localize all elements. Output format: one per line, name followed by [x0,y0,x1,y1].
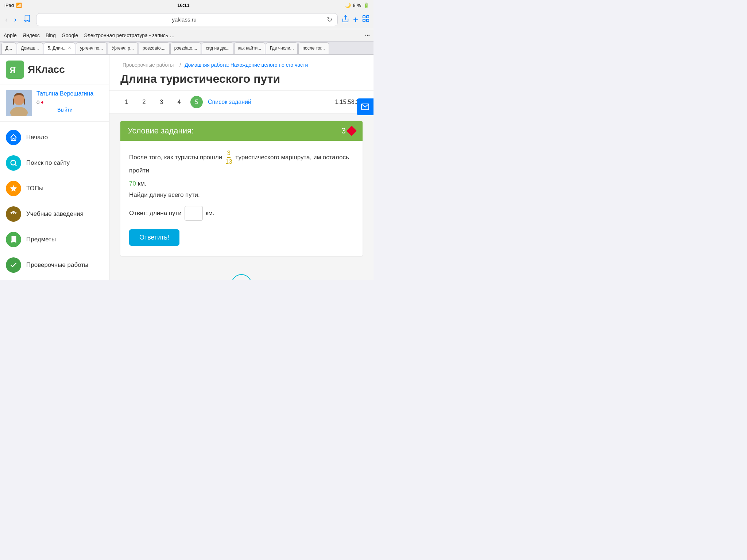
status-time: 16:11 [177,3,189,8]
answer-input[interactable] [185,206,203,221]
tab-10[interactable]: Где числи... [266,42,298,54]
sidebar-logo: Я ЯКласс [0,55,109,85]
bookmark-google[interactable]: Google [62,32,78,38]
breadcrumb-part1: Проверочные работы [123,62,174,68]
sidebar-item-tutors[interactable]: Каталог репетиторов [0,278,109,280]
score-diamond-icon [347,125,357,136]
task-card: Условие задания: 3 После того, как турис… [120,121,363,256]
task-card-header: Условие задания: 3 [120,121,363,141]
nav-subjects-label: Предметы [26,236,56,243]
tab-2-label: Домаш... [21,46,39,51]
bookmark-bing[interactable]: Bing [46,32,56,38]
breadcrumb: Проверочные работы / Домашняя работа: На… [120,62,363,68]
tab-1[interactable]: Д... [1,42,16,54]
sidebar-item-schools[interactable]: Учебные заведения [0,201,109,227]
task-list-link[interactable]: Список заданий [208,99,251,105]
sidebar-item-tops[interactable]: ТОПы [0,176,109,201]
tab-7[interactable]: poezdato.... [170,42,201,54]
tab-3-label: 5. Длин... [48,46,67,51]
sidebar-item-search[interactable]: Поиск по сайту [0,150,109,176]
logo-icon: Я [6,61,24,79]
status-right: 🌙 8 % 🔋 [345,3,369,8]
tab-5[interactable]: Ургенч: р... [108,42,138,54]
more-bookmarks-button[interactable]: ··· [365,32,370,39]
task-number-2[interactable]: 2 [138,96,150,108]
fraction-display: 3 13 [225,149,232,166]
task-number-1[interactable]: 1 [120,96,133,108]
bookmark-apple[interactable]: Apple [4,32,17,38]
svg-text:Я: Я [9,65,16,75]
tab-11[interactable]: после тог... [298,42,329,54]
bookmark-yandex[interactable]: Яндекс [23,32,40,38]
task-score-display: 3 [341,126,355,136]
battery-label: 8 % [353,3,361,8]
task-number-3[interactable]: 3 [155,96,168,108]
nav-tests-label: Проверочные работы [26,261,88,269]
share-button[interactable] [341,15,349,25]
avatar [6,90,32,116]
tab-11-label: после тог... [302,46,325,51]
svg-rect-3 [363,19,365,22]
scroll-up-button[interactable] [231,274,252,280]
bookmark-eregistratura[interactable]: Электронная регистратура - запись на при… [84,32,175,38]
page-header: Проверочные работы / Домашняя работа: На… [109,55,374,91]
tab-9-label: как найти... [238,46,261,51]
battery-icon: 🔋 [363,3,369,8]
task-navigation: 1 2 3 4 5 Список заданий 1.15:58:25 [109,91,374,114]
user-score: 0 ♦ [36,99,93,105]
task-body: После того, как туристы прошли 3 13 тури… [120,141,363,256]
bookmark-button[interactable] [22,13,32,26]
task-score-value: 3 [341,126,346,136]
svg-line-11 [15,164,16,166]
answer-label: Ответ: длина пути [129,210,182,217]
submit-button[interactable]: Ответить! [129,229,179,246]
tabs-button[interactable] [362,15,370,25]
task-number-5[interactable]: 5 [190,96,203,108]
nav-search-label: Поиск по сайту [26,159,70,167]
nav-home-label: Начало [26,134,48,141]
back-button[interactable]: ‹ [4,14,9,25]
sidebar-item-tests[interactable]: Проверочные работы [0,252,109,278]
reload-button[interactable]: ↻ [327,16,332,24]
logo-text: ЯКласс [28,64,65,75]
user-section: Татьяна Верещагина 0 ♦ Выйти [0,85,109,122]
mail-float-button[interactable] [357,98,374,115]
url-bar[interactable]: yaklass.ru ↻ [36,13,338,26]
tab-8-label: сид на дж... [206,46,229,51]
tab-9[interactable]: как найти... [234,42,265,54]
sidebar-item-home[interactable]: Начало [0,125,109,150]
moon-icon: 🌙 [345,3,351,8]
add-tab-button[interactable]: + [353,15,358,25]
tab-5-label: Ургенч: р... [112,46,134,51]
fraction-numerator: 3 [227,149,231,158]
svg-rect-4 [367,19,369,22]
tab-8[interactable]: сид на дж... [202,42,233,54]
tab-2[interactable]: Домаш... [17,42,43,54]
sidebar-item-subjects[interactable]: Предметы [0,227,109,252]
task-text-line2: 70 км. [129,179,354,188]
tab-3[interactable]: 5. Длин... ✕ [44,42,76,54]
tab-7-label: poezdato.... [174,46,197,51]
search-icon [6,155,21,171]
tab-10-label: Где числи... [270,46,294,51]
tab-6-label: poezdato.... [143,46,166,51]
tests-icon [6,257,21,273]
sidebar: Я ЯКласс Татьяна Верещагина [0,55,109,280]
sidebar-nav: Начало Поиск по сайту ТОПы Учебные завед… [0,122,109,280]
logout-button[interactable]: Выйти [36,107,93,113]
task-number-4[interactable]: 4 [173,96,185,108]
tab-4[interactable]: ургенч по... [76,42,107,54]
nav-schools-label: Учебные заведения [26,210,84,218]
user-info: Татьяна Верещагина 0 ♦ Выйти [36,90,93,113]
main-layout: Я ЯКласс Татьяна Верещагина [0,55,374,280]
status-bar: iPad 📶 16:11 🌙 8 % 🔋 [0,0,374,10]
content-area: Проверочные работы / Домашняя работа: На… [109,55,374,280]
tab-6[interactable]: poezdato.... [139,42,170,54]
task-find-text: Найди длину всего пути. [129,191,354,199]
bookmarks-bar: Apple Яндекс Bing Google Электронная рег… [0,29,374,42]
tab-3-close[interactable]: ✕ [68,46,71,50]
bottom-section: Список заданий [109,263,374,280]
forward-button[interactable]: › [13,14,18,25]
breadcrumb-part2[interactable]: Домашняя работа: Нахождение целого по ег… [185,62,308,68]
fraction-denominator: 13 [225,158,232,166]
